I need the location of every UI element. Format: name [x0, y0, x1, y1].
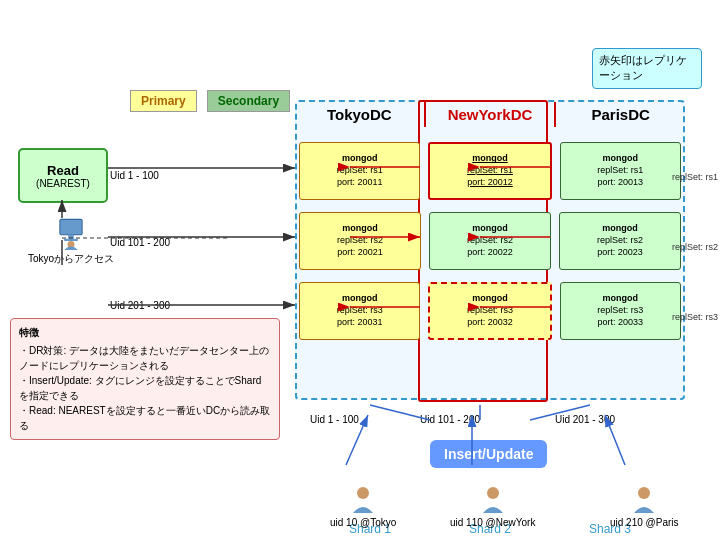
bottom-uid-1-100: Uid 1 - 100 [310, 414, 359, 425]
tokyo-user-label: uid 10 @Tokyo [330, 517, 396, 528]
node-newyork-rs3: mongodreplSet: rs3port: 20032 [428, 282, 551, 340]
legend-primary: Primary [130, 90, 197, 112]
paris-user-label: uid 210 @Paris [610, 517, 679, 528]
replset-label-rs3: replSet: rs3 [672, 288, 718, 346]
node-tokyo-rs3: mongodreplSet: rs3port: 20031 [299, 282, 420, 340]
newyork-user-icon [479, 485, 507, 517]
bottom-user-newyork: uid 110 @NewYork [450, 485, 535, 528]
read-title: Read [47, 163, 79, 178]
svg-point-4 [357, 487, 369, 499]
node-newyork-rs2: mongodreplSet: rs2port: 20022 [429, 212, 551, 270]
node-paris-rs2: mongodreplSet: rs2port: 20023 [559, 212, 681, 270]
newyork-user-label: uid 110 @NewYork [450, 517, 535, 528]
features-box: 特徴 ・DR対策: データは大陸をまたいだデータセンター上のノードにレプリケーシ… [10, 318, 280, 440]
tokyo-user-icon [349, 485, 377, 517]
svg-point-6 [638, 487, 650, 499]
node-tokyo-rs1: mongodreplSet: rs1port: 20011 [299, 142, 420, 200]
legend: Primary Secondary [130, 90, 290, 112]
bottom-user-paris: uid 210 @Paris [610, 485, 679, 528]
shard-row-3: mongodreplSet: rs3port: 20031 mongodrepl… [295, 278, 685, 344]
svg-rect-1 [68, 235, 74, 239]
svg-rect-0 [60, 219, 82, 234]
tokyo-user-label: Tokyoからアクセス [28, 252, 114, 266]
paris-dc-header: ParisDC [556, 102, 685, 127]
shard-row-1: mongodreplSet: rs1port: 20011 mongodrepl… [295, 138, 685, 204]
bottom-user-tokyo: uid 10 @Tokyo [330, 485, 396, 528]
user-area: Tokyoからアクセス [28, 218, 114, 266]
node-paris-rs1: mongodreplSet: rs1port: 20013 [560, 142, 681, 200]
read-subtitle: (NEAREST) [36, 178, 90, 189]
replset-label-rs1: replSet: rs1 [672, 148, 718, 206]
uid-label-101-200: Uid 101 - 200 [110, 237, 170, 248]
svg-rect-2 [64, 239, 78, 241]
node-newyork-rs1: mongodreplSet: rs1port: 20012 [428, 142, 551, 200]
feature-item-3: ・Read: NEARESTを設定すると一番近いDCから読み取る [19, 403, 271, 433]
dc-headers: TokyoDC NewYorkDC ParisDC [295, 102, 685, 127]
node-paris-rs3: mongodreplSet: rs3port: 20033 [560, 282, 681, 340]
newyork-dc-header: NewYorkDC [424, 102, 557, 127]
tokyo-dc-header: TokyoDC [295, 102, 424, 127]
diagram: Primary Secondary 赤矢印はレプリケーション Read (NEA… [0, 0, 720, 540]
shard-row-2: mongodreplSet: rs2port: 20021 mongodrepl… [295, 208, 685, 274]
replset-label-rs2: replSet: rs2 [672, 218, 718, 276]
feature-item-1: ・DR対策: データは大陸をまたいだデータセンター上のノードにレプリケーションさ… [19, 343, 271, 373]
node-tokyo-rs2: mongodreplSet: rs2port: 20021 [299, 212, 421, 270]
read-box: Read (NEAREST) [18, 148, 108, 203]
paris-user-icon [630, 485, 658, 517]
feature-item-2: ・Insert/Update: タグにレンジを設定することでShardを指定でき… [19, 373, 271, 403]
uid-label-1-100: Uid 1 - 100 [110, 170, 159, 181]
svg-point-5 [487, 487, 499, 499]
insert-update-box: Insert/Update [430, 440, 547, 468]
features-title: 特徴 [19, 325, 271, 340]
bottom-uid-201-300: Uid 201 - 300 [555, 414, 615, 425]
uid-label-201-300: Uid 201 - 300 [110, 300, 170, 311]
annotation-box: 赤矢印はレプリケーション [592, 48, 702, 89]
legend-secondary: Secondary [207, 90, 290, 112]
user-icon [55, 218, 87, 250]
bottom-uid-101-200: Uid 101 - 200 [420, 414, 480, 425]
